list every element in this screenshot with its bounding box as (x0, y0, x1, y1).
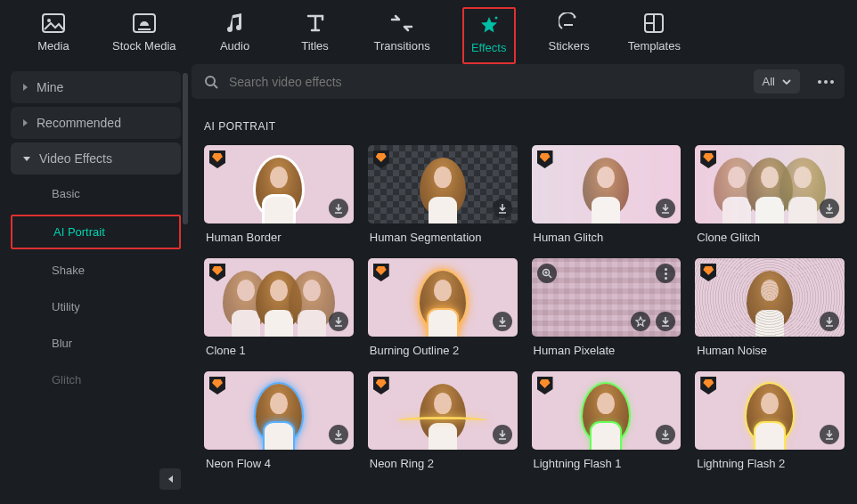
premium-badge-icon (537, 150, 553, 168)
effect-label: Neon Flow 4 (204, 457, 354, 470)
effect-thumbnail[interactable] (695, 258, 845, 337)
download-button[interactable] (820, 312, 839, 331)
premium-badge-icon (373, 377, 389, 394)
premium-badge-icon (700, 264, 716, 281)
download-button[interactable] (493, 312, 512, 331)
nav-stock-media[interactable]: Stock Media (107, 7, 182, 64)
svg-point-7 (206, 77, 215, 85)
nav-titles[interactable]: Titles (289, 7, 342, 64)
download-button[interactable] (493, 425, 512, 444)
audio-icon (225, 11, 245, 36)
filter-label: All (763, 75, 775, 88)
download-button[interactable] (329, 425, 348, 444)
nav-transitions[interactable]: Transitions (369, 7, 436, 64)
sidebar-mine[interactable]: Mine (11, 71, 181, 103)
effect-label: Neon Ring 2 (368, 457, 518, 470)
effect-thumbnail[interactable] (204, 371, 354, 450)
caret-right-icon (23, 84, 28, 91)
effect-thumbnail[interactable] (368, 371, 518, 450)
sidebar-label: Video Effects (39, 151, 112, 166)
content-area: All AI PORTRAIT Human Border (192, 64, 857, 504)
sidebar-label: Mine (37, 80, 63, 94)
effect-label: Human Border (204, 231, 354, 244)
sidebar-recommended[interactable]: Recommended (11, 107, 181, 139)
svg-marker-3 (481, 17, 497, 33)
sidebar-sub-basic[interactable]: Basic (11, 178, 181, 209)
nav-label: Stock Media (112, 39, 176, 53)
effect-card: Neon Flow 4 (204, 371, 354, 470)
filter-all-button[interactable]: All (754, 69, 800, 93)
effect-label: Burning Outline 2 (368, 344, 518, 357)
svg-rect-0 (43, 14, 64, 32)
premium-badge-icon (700, 150, 716, 168)
premium-badge-icon (209, 150, 225, 168)
effect-card: Neon Ring 2 (368, 371, 518, 470)
premium-badge-icon (537, 377, 553, 394)
effect-thumbnail[interactable] (695, 145, 845, 224)
svg-point-1 (47, 19, 51, 22)
effect-label: Human Noise (695, 344, 845, 357)
svg-point-4 (494, 17, 497, 20)
sidebar-sub-blur[interactable]: Blur (11, 328, 181, 359)
effect-thumbnail[interactable] (532, 145, 682, 224)
caret-right-icon (23, 119, 28, 126)
premium-badge-icon (209, 264, 225, 281)
premium-badge-icon (373, 150, 389, 168)
effect-card: Human Pixelate (532, 258, 682, 357)
premium-badge-icon (209, 377, 225, 394)
effect-thumbnail[interactable] (695, 371, 845, 450)
sidebar-sub-shake[interactable]: Shake (11, 255, 181, 286)
effect-thumbnail[interactable] (204, 258, 354, 337)
nav-label: Templates (628, 39, 681, 53)
download-button[interactable] (820, 199, 839, 218)
download-button[interactable] (820, 425, 839, 444)
effect-thumbnail[interactable] (532, 371, 682, 450)
titles-icon (306, 11, 325, 36)
nav-media[interactable]: Media (27, 7, 80, 64)
download-button[interactable] (329, 312, 348, 331)
effect-card: Human Noise (695, 258, 845, 357)
sidebar-collapse-button[interactable] (159, 468, 181, 490)
templates-icon (643, 11, 665, 36)
chevron-left-icon (168, 476, 173, 483)
effect-label: Human Pixelate (532, 344, 682, 357)
premium-badge-icon (373, 264, 389, 281)
stickers-icon (559, 11, 580, 36)
nav-label: Stickers (549, 39, 590, 53)
sidebar-video-effects[interactable]: Video Effects (11, 142, 181, 175)
preview-zoom-button[interactable] (537, 264, 557, 283)
effect-thumbnail[interactable] (204, 145, 354, 224)
effect-card: Burning Outline 2 (368, 258, 518, 357)
stock-media-icon (133, 11, 156, 36)
effect-label: Human Glitch (532, 231, 682, 244)
sidebar: Mine Recommended Video Effects Basic AI … (0, 64, 192, 504)
svg-point-5 (573, 16, 575, 19)
search-box[interactable] (204, 75, 741, 89)
nav-label: Media (37, 39, 69, 53)
chevron-down-icon (782, 79, 791, 85)
sidebar-sub-glitch[interactable]: Glitch (11, 364, 181, 395)
download-button[interactable] (493, 199, 512, 218)
nav-stickers[interactable]: Stickers (543, 7, 596, 64)
effect-thumbnail[interactable] (532, 258, 682, 337)
nav-templates[interactable]: Templates (623, 7, 686, 64)
more-options-button[interactable] (812, 75, 839, 89)
effect-card: Clone 1 (204, 258, 354, 357)
nav-effects[interactable]: Effects (462, 7, 516, 64)
nav-label: Audio (220, 39, 249, 53)
effect-label: Clone Glitch (695, 231, 845, 244)
nav-label: Effects (471, 41, 507, 54)
caret-down-icon (23, 157, 30, 161)
nav-audio[interactable]: Audio (208, 7, 262, 64)
effect-label: Human Segmentation (368, 231, 518, 244)
effect-thumbnail[interactable] (368, 145, 518, 224)
sidebar-scrollbar[interactable] (183, 73, 188, 224)
sidebar-sub-ai-portrait[interactable]: AI Portrait (11, 215, 181, 249)
download-button[interactable] (656, 199, 675, 218)
effect-thumbnail[interactable] (368, 258, 518, 337)
search-input[interactable] (229, 75, 741, 89)
sidebar-sub-utility[interactable]: Utility (11, 291, 181, 322)
download-button[interactable] (329, 199, 348, 218)
effect-card: Human Border (204, 145, 354, 244)
effect-label: Lightning Flash 1 (532, 457, 682, 470)
